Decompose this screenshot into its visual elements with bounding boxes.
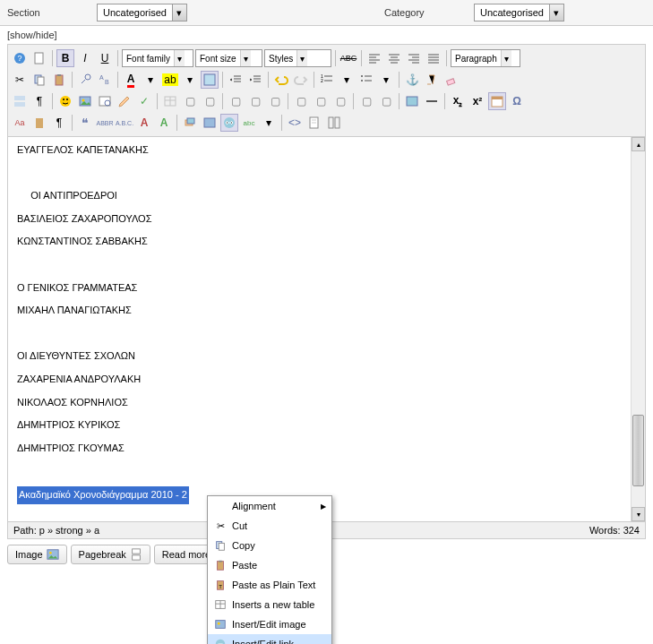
image-manager-icon[interactable] [201,114,219,132]
table-col-icon[interactable]: ▢ [201,92,219,110]
align-left-icon[interactable] [365,49,383,67]
scroll-up-icon[interactable]: ▴ [632,137,645,151]
merge-cells-icon[interactable]: ▢ [357,92,375,110]
section-select[interactable]: Uncategorised ▾ [97,4,187,21]
text-color-2-icon[interactable]: A [135,114,153,132]
editor-area[interactable]: ΕΥΑΓΓΕΛΟΣ ΚΑΠΕΤΑΝΑΚΗΣ ΟΙ ΑΝΤΙΠΡΟΕΔΡΟΙ ΒΑ… [7,137,646,522]
text-color-icon[interactable]: A [122,71,140,89]
paragraph-icon[interactable]: ¶ [30,92,48,110]
editor-content[interactable]: ΕΥΑΓΓΕΛΟΣ ΚΑΠΕΤΑΝΑΚΗΣ ΟΙ ΑΝΤΙΠΡΟΕΔΡΟΙ ΒΑ… [8,137,645,521]
spellcheck-icon[interactable]: ✓ [135,92,153,110]
svg-text:B: B [105,79,109,85]
category-select[interactable]: Uncategorised ▾ [474,4,564,21]
clipboard-icon[interactable] [30,114,48,132]
submenu-arrow-icon: ▶ [321,502,326,511]
case-icon[interactable]: Aa [11,114,29,132]
emoji-icon[interactable] [56,92,74,110]
alignment-menu-item[interactable]: Alignment ▶ [208,496,331,516]
clear-format-icon[interactable] [423,71,441,89]
delete-row-icon[interactable]: ▢ [266,92,284,110]
align-justify-icon[interactable] [425,49,442,67]
hr-icon[interactable] [423,92,441,110]
scrollbar[interactable]: ▴ ▾ [631,137,645,521]
svg-rect-40 [132,555,140,560]
font-family-select[interactable]: Font family▾ [122,49,193,67]
insert-col-before-icon[interactable]: ▢ [292,92,310,110]
paragraph-select[interactable]: Paragraph▾ [451,49,520,67]
bold-button[interactable]: B [56,49,74,67]
align-center-icon[interactable] [385,49,403,67]
help-icon[interactable]: ? [11,49,29,67]
link-icon[interactable] [220,114,238,132]
subscript-icon[interactable]: x₂ [449,92,467,110]
cut-icon: ✂ [213,519,228,533]
fullscreen-icon[interactable] [201,71,219,89]
unlink-icon[interactable]: abc [240,114,258,132]
undo-icon[interactable] [272,71,290,89]
insert-col-after-icon[interactable]: ▢ [312,92,330,110]
dropdown-icon[interactable]: ▾ [377,71,395,89]
readmore-icon[interactable] [11,92,29,110]
anchor-icon[interactable]: ⚓ [403,71,421,89]
paste-icon[interactable] [50,71,68,89]
split-cells-icon[interactable]: ▢ [377,92,395,110]
special-char-icon[interactable]: Ω [508,92,526,110]
insert-row-before-icon[interactable]: ▢ [227,92,245,110]
table-row-icon[interactable]: ▢ [181,92,199,110]
pagebreak-button[interactable]: Pagebreak [71,545,150,564]
dropdown-icon[interactable]: ▾ [338,71,356,89]
italic-button[interactable]: I [76,49,94,67]
scroll-down-icon[interactable]: ▾ [632,507,645,521]
acronym-icon[interactable]: A.B.C. [116,114,133,132]
find-icon[interactable] [76,71,94,89]
copy-icon[interactable] [30,71,48,89]
table-icon[interactable] [161,92,179,110]
ordered-list-icon[interactable]: 12 [318,71,336,89]
show-hide-toggle[interactable]: [show/hide] [0,26,653,44]
image-button[interactable]: Image [7,545,67,564]
font-size-select[interactable]: Font size▾ [195,49,262,67]
superscript-icon[interactable]: x² [468,92,486,110]
svg-rect-31 [187,118,194,124]
show-blocks-icon[interactable]: ¶ [50,114,68,132]
source-icon[interactable]: <> [286,114,304,132]
layout-icon[interactable] [325,114,343,132]
insert-row-after-icon[interactable]: ▢ [246,92,264,110]
newdoc-icon[interactable] [30,49,48,67]
styles-select[interactable]: Styles▾ [264,49,331,67]
copy-menu-item[interactable]: Copy [208,536,331,555]
find-replace-icon[interactable]: AB [96,71,114,89]
edit-icon[interactable] [116,92,133,110]
preview-icon[interactable] [96,92,114,110]
highlight-icon[interactable]: ab [161,71,179,89]
media-icon[interactable] [403,92,421,110]
dropdown-icon[interactable]: ▾ [260,114,278,132]
pagebreak-icon [130,548,142,561]
unordered-list-icon[interactable] [357,71,375,89]
layer-icon[interactable] [181,114,199,132]
cut-menu-item[interactable]: ✂ Cut [208,516,331,536]
paste-menu-item[interactable]: Paste [208,555,331,570]
date-icon[interactable] [488,92,506,110]
svg-rect-42 [219,543,224,550]
quote-icon[interactable]: ❝ [76,114,94,132]
outdent-icon[interactable] [227,71,245,89]
image-icon[interactable] [76,92,94,110]
align-right-icon[interactable] [405,49,423,67]
dropdown-icon[interactable]: ▾ [181,71,199,89]
underline-button[interactable]: U [96,49,114,67]
strikethrough-icon[interactable]: ABC [339,49,357,67]
svg-rect-39 [132,549,140,554]
template-icon[interactable] [305,114,323,132]
scrollbar-thumb[interactable] [632,415,644,486]
eraser-icon[interactable] [442,71,460,89]
cut-icon[interactable]: ✂ [11,71,29,89]
delete-col-icon[interactable]: ▢ [331,92,349,110]
indent-icon[interactable] [246,71,264,89]
dropdown-icon[interactable]: ▾ [142,71,159,89]
text-color-3-icon[interactable]: A [155,114,173,132]
redo-icon[interactable] [292,71,310,89]
abbr-icon[interactable]: ABBR [96,114,114,132]
text-line: ΖΑΧΑΡΕΝΙΑ ΑΝΔΡΟΥΛΑΚΗ [17,372,636,388]
top-selector-row: Section Uncategorised ▾ Category Uncateg… [0,0,653,26]
